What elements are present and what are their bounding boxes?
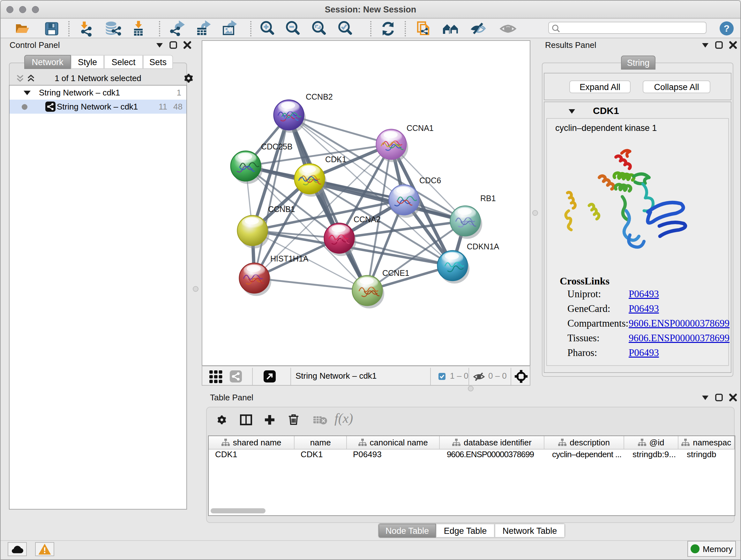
svg-text:CCNB1: CCNB1 xyxy=(268,205,295,213)
svg-text:CCNA2: CCNA2 xyxy=(354,215,381,224)
svg-text:CCNE1: CCNE1 xyxy=(382,268,409,277)
svg-text:CDC6: CDC6 xyxy=(419,176,441,185)
svg-text:CCNA1: CCNA1 xyxy=(407,124,434,132)
svg-text:CDC25B: CDC25B xyxy=(261,142,293,151)
svg-text:CDKN1A: CDKN1A xyxy=(467,242,499,251)
svg-text:?: ? xyxy=(724,23,730,34)
svg-text:CDK1: CDK1 xyxy=(325,155,347,164)
svg-text:RB1: RB1 xyxy=(480,194,496,203)
svg-text:HIST1H1A: HIST1H1A xyxy=(270,254,309,263)
svg-text:CCNB2: CCNB2 xyxy=(306,92,333,101)
